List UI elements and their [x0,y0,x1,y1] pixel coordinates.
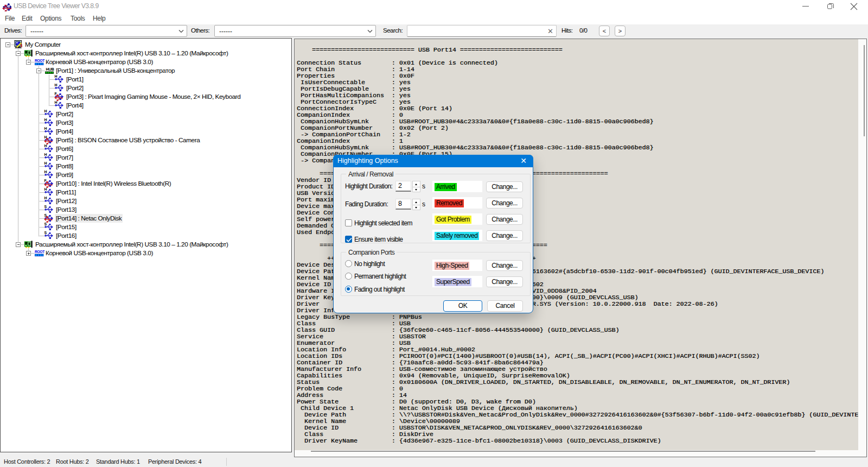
svg-text:S: S [44,231,47,235]
svg-text:F: F [44,179,47,182]
svg-text:H: H [44,144,47,148]
svg-text:H: H [44,136,47,139]
svg-text:H: H [44,188,47,191]
svg-text:ROOT: ROOT [35,59,45,62]
svg-text:H: H [55,101,58,104]
svg-text:S: S [44,205,47,209]
svg-text:H: H [55,75,58,78]
svg-text:S: S [44,223,47,226]
svg-text:H: H [44,171,47,174]
svg-text:H: H [55,84,58,87]
svg-text:H: H [44,110,47,113]
svg-text:H: H [44,127,47,130]
svg-text:H: H [44,153,47,156]
svg-text:H: H [44,118,47,122]
svg-text:HUB: HUB [46,67,54,72]
svg-text:S: S [44,214,47,217]
svg-text:F: F [55,92,58,96]
svg-text:H: H [44,197,47,200]
svg-text:H: H [44,162,47,165]
svg-text:ROOT: ROOT [35,250,45,254]
